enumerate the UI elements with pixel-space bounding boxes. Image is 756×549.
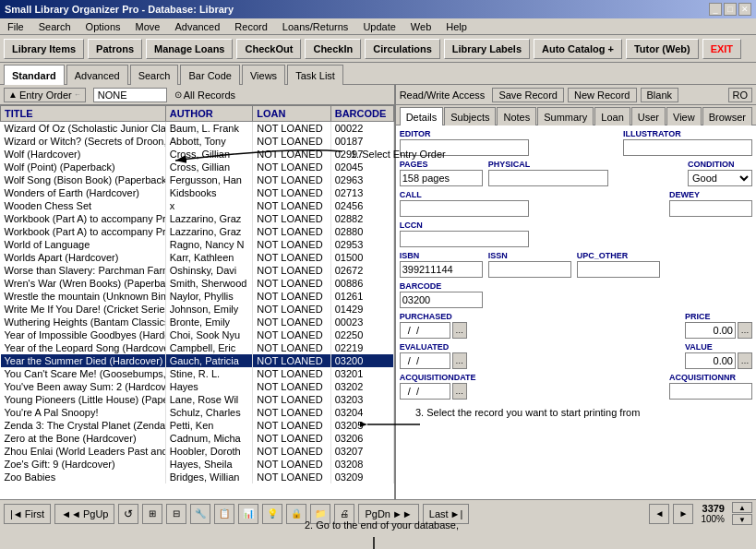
table-row[interactable]: You Can't Scare Me! (Goosebumps, NStine,… [1, 367, 394, 380]
card-icon[interactable]: ⊟ [166, 504, 186, 524]
tab-tasklist[interactable]: Task List [287, 65, 343, 85]
scroll-down-icon[interactable]: ▼ [732, 514, 752, 525]
table-row[interactable]: Write Me If You Dare! (Cricket Series)Jo… [1, 303, 394, 316]
detail-tab-user[interactable]: User [631, 107, 666, 125]
table-row[interactable]: Zoe's Gift: 9 (Hardcover)Hayes, SheilaNO… [1, 458, 394, 471]
evaluated-date-btn[interactable]: … [452, 352, 467, 369]
library-items-btn[interactable]: Library Items [4, 39, 84, 59]
menu-search[interactable]: Search [35, 20, 75, 33]
menu-options[interactable]: Options [82, 20, 125, 33]
table-row[interactable]: Young Pioneers (Little House) (PapertLan… [1, 393, 394, 406]
price-input[interactable] [685, 322, 736, 339]
table-row[interactable]: Wolf (Point) (Paperback)Cross, GillianNO… [1, 161, 394, 173]
detail-tab-summary[interactable]: Summary [537, 107, 594, 125]
menu-record[interactable]: Record [231, 20, 270, 33]
checkout-btn[interactable]: CheckOut [236, 39, 301, 59]
last-btn[interactable]: Last ►| [423, 504, 470, 524]
detail-tab-loan[interactable]: Loan [594, 107, 630, 125]
tab-barcode[interactable]: Bar Code [180, 65, 239, 85]
entry-order-label[interactable]: ▲ Entry Order ← [4, 88, 86, 102]
pgup-btn[interactable]: ◄◄ PgUp [54, 504, 114, 524]
detail-tab-subjects[interactable]: Subjects [444, 107, 496, 125]
table-row[interactable]: Worlds Apart (Hardcover)Karr, KathleenNO… [1, 251, 394, 264]
checkin-btn[interactable]: CheckIn [305, 39, 361, 59]
circulations-btn[interactable]: Circulations [365, 39, 440, 59]
scroll-up-icon[interactable]: ▲ [732, 502, 752, 513]
menu-file[interactable]: File [4, 20, 28, 33]
value-btn[interactable]: … [738, 352, 752, 369]
pages-input[interactable] [400, 170, 483, 186]
menu-move[interactable]: Move [132, 20, 164, 33]
pgdn-btn[interactable]: PgDn ►► [358, 504, 418, 524]
maximize-btn[interactable]: □ [724, 3, 737, 16]
tool5-icon[interactable]: 🔒 [286, 504, 306, 524]
library-labels-btn[interactable]: Library Labels [444, 39, 530, 59]
issn-input[interactable] [488, 261, 571, 278]
table-row[interactable]: Wren's War (Wren Books) (PaperbackSmith,… [1, 277, 394, 290]
close-btn[interactable]: ✕ [738, 3, 751, 16]
manage-loans-btn[interactable]: Manage Loans [146, 39, 233, 59]
detail-tab-view[interactable]: View [666, 107, 702, 125]
menu-advanced[interactable]: Advanced [171, 20, 223, 33]
table-row[interactable]: Zero at the Bone (Hardcover)Cadnum, Mich… [1, 432, 394, 445]
acquisition-date-btn[interactable]: … [452, 383, 467, 400]
table-row[interactable]: Wolf Song (Bison Book) (Paperback)Fergus… [1, 173, 394, 186]
table-row[interactable]: Wooden Chess SetxNOT LOANED02456 [1, 199, 394, 212]
table-row[interactable]: Wrestle the mountain (Unknown BindiNaylo… [1, 290, 394, 303]
refresh-icon[interactable]: ↺ [118, 504, 138, 524]
condition-select[interactable]: Good Fair Poor [688, 170, 752, 186]
value-input[interactable] [685, 352, 736, 369]
nav-icon1[interactable]: ◄ [649, 504, 669, 524]
table-row[interactable]: Wonders of Earth (Hardcover)KidsbooksNOT… [1, 186, 394, 199]
blank-btn[interactable]: Blank [641, 88, 679, 102]
acquisition-nr-input[interactable] [669, 383, 752, 400]
exit-btn[interactable]: EXIT [702, 39, 741, 59]
tab-standard[interactable]: Standard [4, 65, 65, 85]
menu-loans[interactable]: Loans/Returns [279, 20, 353, 33]
physical-input[interactable] [488, 170, 608, 186]
first-btn[interactable]: |◄ First [4, 504, 51, 524]
table-row[interactable]: Zenda 3: The Crystal Planet (Zenda) (Pet… [1, 419, 394, 432]
tab-views[interactable]: Views [242, 65, 285, 85]
dewey-input[interactable] [669, 200, 752, 217]
detail-tab-browser[interactable]: Browser [702, 107, 752, 125]
table-row[interactable]: World of LanguageRagno, Nancy NNOT LOANE… [1, 238, 394, 251]
illustrator-input[interactable] [623, 139, 752, 156]
price-btn[interactable]: … [738, 322, 752, 339]
table-row[interactable]: Year of the Leopard Song (Hardcover)Camp… [1, 341, 394, 354]
table-row[interactable]: You're A Pal Snoopy!Schulz, CharlesNOT L… [1, 406, 394, 419]
editor-input[interactable] [400, 139, 529, 156]
upc-input[interactable] [577, 261, 660, 278]
tab-search[interactable]: Search [130, 65, 179, 85]
tutor-btn[interactable]: Tutor (Web) [626, 39, 699, 59]
isbn-input[interactable] [400, 261, 483, 278]
table-row[interactable]: Zhou Enlai (World Leaders Past and FHoob… [1, 445, 394, 458]
tool6-icon[interactable]: 📁 [310, 504, 330, 524]
nav-icon2[interactable]: ► [673, 504, 693, 524]
table-row[interactable]: Wizard Of Oz (Scholastic Junior ClasBaum… [1, 122, 394, 136]
save-record-btn[interactable]: Save Record [492, 88, 564, 102]
menu-web[interactable]: Web [407, 20, 435, 33]
menu-update[interactable]: Update [359, 20, 399, 33]
table-row[interactable]: Worse than Slavery: Parchman FarmOshinsk… [1, 264, 394, 277]
auto-catalog-btn[interactable]: Auto Catalog + [534, 39, 622, 59]
evaluated-date-input[interactable] [400, 352, 450, 369]
call-input[interactable] [400, 200, 529, 217]
purchased-date-btn[interactable]: … [452, 322, 467, 339]
table-row[interactable]: You've Been away Sum: 2 (Hardcover)Hayes… [1, 380, 394, 393]
tool4-icon[interactable]: 💡 [262, 504, 282, 524]
table-row[interactable]: Year the Summer Died (Hardcover)Gauch, P… [1, 354, 394, 367]
patrons-btn[interactable]: Patrons [88, 39, 142, 59]
tool1-icon[interactable]: 🔧 [190, 504, 210, 524]
tab-advanced[interactable]: Advanced [66, 65, 128, 85]
acquisition-date-input[interactable] [400, 383, 450, 400]
table-row[interactable]: Zoo BabiesBridges, WillianNOT LOANED0320… [1, 471, 394, 483]
minimize-btn[interactable]: _ [709, 3, 722, 16]
menu-help[interactable]: Help [442, 20, 471, 33]
table-row[interactable]: Year of Impossible Goodbyes (HardcoChoi,… [1, 328, 394, 341]
tool3-icon[interactable]: 📊 [238, 504, 258, 524]
table-row[interactable]: Wizard or Witch? (Secrets of Droon,Abbot… [1, 135, 394, 148]
col-header-title[interactable]: TITLE [1, 106, 166, 122]
lccn-input[interactable] [400, 231, 529, 247]
col-header-author[interactable]: AUTHOR [165, 106, 253, 122]
